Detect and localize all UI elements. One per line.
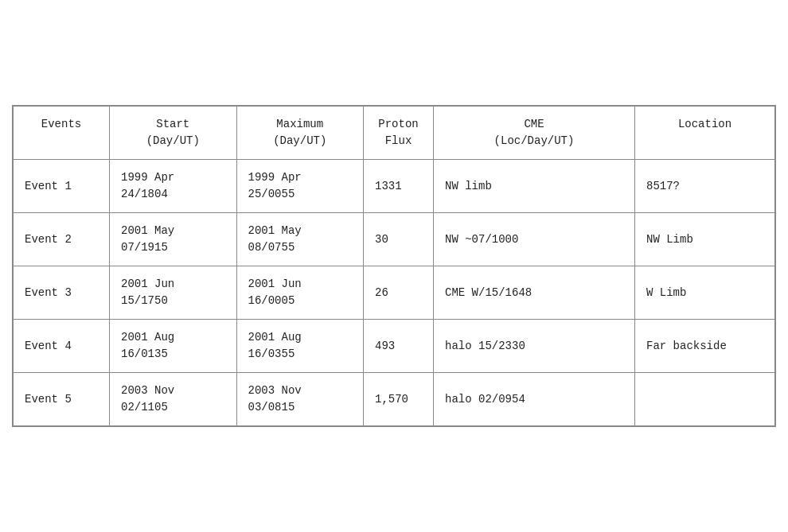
cell-event: Event 5 xyxy=(14,373,110,426)
cell-start: 2001 May07/1915 xyxy=(110,213,237,266)
header-start: Start(Day/UT) xyxy=(110,107,237,160)
header-cme: CME(Loc/Day/UT) xyxy=(434,107,635,160)
cell-start: 2003 Nov02/1105 xyxy=(110,373,237,426)
header-events: Events xyxy=(14,107,110,160)
cell-proton_flux: 26 xyxy=(364,266,434,320)
cell-proton_flux: 30 xyxy=(364,213,434,266)
header-maximum: Maximum(Day/UT) xyxy=(236,107,364,160)
cell-proton_flux: 493 xyxy=(364,320,434,373)
cell-cme: NW limb xyxy=(434,160,635,213)
table-row: Event 22001 May07/19152001 May08/075530N… xyxy=(14,213,775,266)
table-row: Event 32001 Jun15/17502001 Jun16/000526C… xyxy=(14,266,775,320)
header-location: Location xyxy=(635,107,775,160)
cell-event: Event 3 xyxy=(14,266,110,320)
cell-proton_flux: 1,570 xyxy=(364,373,434,426)
cell-cme: halo 02/0954 xyxy=(434,373,635,426)
cell-location: W Limb xyxy=(635,266,775,320)
cell-event: Event 1 xyxy=(14,160,110,213)
cell-start: 2001 Jun15/1750 xyxy=(110,266,237,320)
data-table: Events Start(Day/UT) Maximum(Day/UT) Pro… xyxy=(12,105,776,427)
cell-maximum: 1999 Apr25/0055 xyxy=(236,160,364,213)
cell-location: Far backside xyxy=(635,320,775,373)
table-row: Event 52003 Nov02/11052003 Nov03/08151,5… xyxy=(14,373,775,426)
cell-event: Event 2 xyxy=(14,213,110,266)
table-row: Event 11999 Apr24/18041999 Apr25/0055133… xyxy=(14,160,775,213)
cell-location: NW Limb xyxy=(635,213,775,266)
cell-start: 2001 Aug16/0135 xyxy=(110,320,237,373)
cell-cme: CME W/15/1648 xyxy=(434,266,635,320)
cell-cme: NW ~07/1000 xyxy=(434,213,635,266)
header-proton-flux: ProtonFlux xyxy=(364,107,434,160)
cell-event: Event 4 xyxy=(14,320,110,373)
cell-maximum: 2001 May08/0755 xyxy=(236,213,364,266)
cell-maximum: 2001 Jun16/0005 xyxy=(236,266,364,320)
cell-maximum: 2003 Nov03/0815 xyxy=(236,373,364,426)
cell-maximum: 2001 Aug16/0355 xyxy=(236,320,364,373)
cell-proton_flux: 1331 xyxy=(364,160,434,213)
table-row: Event 42001 Aug16/01352001 Aug16/0355493… xyxy=(14,320,775,373)
cell-cme: halo 15/2330 xyxy=(434,320,635,373)
cell-location xyxy=(635,373,775,426)
cell-start: 1999 Apr24/1804 xyxy=(110,160,237,213)
cell-location: 8517? xyxy=(635,160,775,213)
